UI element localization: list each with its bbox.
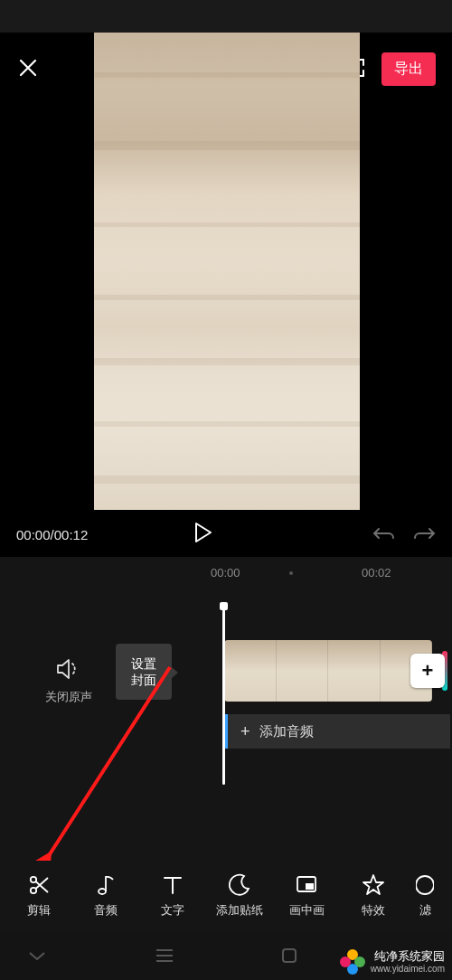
sticker-tool[interactable]: 添加贴纸 (206, 861, 273, 931)
tool-label: 画中画 (289, 902, 325, 919)
svg-rect-6 (283, 949, 296, 962)
preview-area: 导出 (0, 33, 452, 512)
timeline-ruler[interactable]: 00:00 00:02 (0, 557, 452, 589)
star-icon (362, 873, 385, 897)
tool-label: 文字 (161, 902, 184, 919)
add-clip-button[interactable]: + (410, 654, 445, 688)
redo-icon (412, 523, 436, 542)
tool-label: 特效 (362, 902, 385, 919)
time-display: 00:00/00:12 (16, 527, 88, 542)
moon-icon (228, 873, 251, 897)
clip-thumbnail (277, 640, 329, 702)
mute-toggle[interactable]: 关闭原声 (45, 658, 92, 705)
watermark-url: www.yidaimei.com (371, 964, 445, 975)
mute-label: 关闭原声 (45, 689, 92, 705)
text-tool[interactable]: 文字 (139, 861, 206, 931)
svg-point-1 (31, 877, 36, 882)
export-button[interactable]: 导出 (381, 52, 436, 86)
ruler-label: 00:02 (362, 566, 391, 580)
square-icon[interactable] (281, 947, 297, 964)
set-cover-label: 设置 封面 (131, 655, 156, 688)
tool-label: 添加贴纸 (216, 902, 263, 919)
svg-point-3 (99, 889, 106, 894)
scissors-icon (27, 873, 51, 897)
plus-icon: + (240, 722, 250, 741)
music-note-icon (94, 873, 118, 897)
undo-icon (372, 523, 396, 542)
play-button[interactable] (193, 522, 213, 547)
close-icon (18, 58, 38, 78)
clip-thumbnail (328, 640, 381, 702)
close-button[interactable] (18, 58, 38, 81)
svg-rect-5 (306, 883, 314, 890)
svg-point-2 (31, 888, 36, 893)
filter-tool[interactable]: 滤 (407, 861, 443, 931)
watermark-title: 纯净系统家园 (371, 950, 445, 964)
plus-icon: + (422, 659, 434, 683)
menu-icon[interactable] (155, 948, 174, 963)
chevron-down-icon[interactable] (27, 949, 47, 962)
status-bar (0, 0, 452, 33)
ruler-label: 00:00 (211, 566, 240, 580)
pip-tool[interactable]: 画中画 (273, 861, 340, 931)
timeline[interactable]: 00:00 00:02 关闭原声 设置 封面 + + 添加音频 (0, 557, 452, 873)
audio-tool[interactable]: 音频 (72, 861, 139, 931)
add-audio-label: 添加音频 (259, 723, 314, 740)
tool-label: 剪辑 (27, 902, 51, 919)
edit-tool[interactable]: 剪辑 (5, 861, 72, 931)
tool-label: 音频 (94, 902, 118, 919)
speaker-off-icon (56, 658, 81, 680)
set-cover-button[interactable]: 设置 封面 (116, 644, 172, 700)
effects-tool[interactable]: 特效 (340, 861, 407, 931)
add-audio-button[interactable]: + 添加音频 (224, 714, 450, 749)
clip-thumbnail (224, 640, 277, 702)
player-controls: 00:00/00:12 (0, 512, 452, 557)
watermark-logo (340, 949, 365, 975)
video-clip[interactable] (224, 640, 432, 702)
tool-label: 滤 (419, 902, 431, 919)
redo-button[interactable] (412, 523, 436, 546)
playhead[interactable] (222, 606, 225, 785)
undo-button[interactable] (372, 523, 396, 546)
bottom-toolbar: 剪辑 音频 文字 添加贴纸 画中画 特效 滤 (0, 861, 452, 931)
video-preview[interactable] (94, 33, 360, 510)
circle-icon (416, 873, 434, 897)
watermark: 纯净系统家园 www.yidaimei.com (340, 949, 445, 975)
picture-in-picture-icon (295, 873, 318, 897)
text-icon (161, 873, 184, 897)
play-icon (193, 522, 213, 543)
